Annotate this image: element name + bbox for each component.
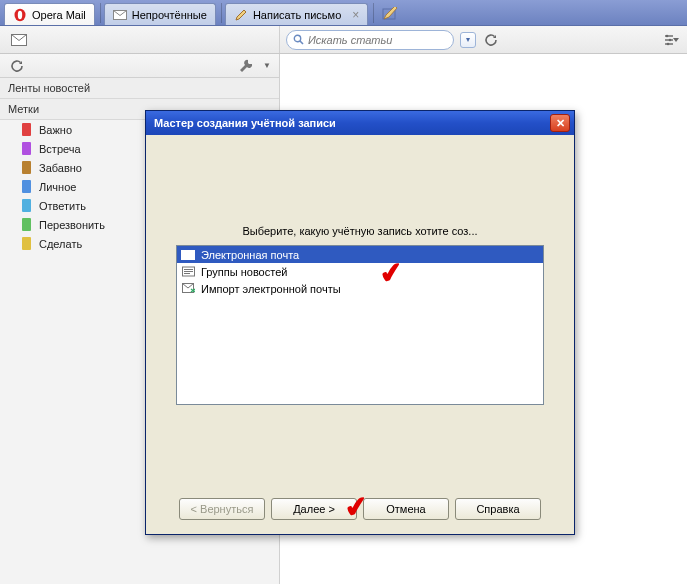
wrench-icon[interactable]	[237, 57, 255, 75]
listbox-option[interactable]: Электронная почта	[177, 246, 543, 263]
account-type-listbox[interactable]: Электронная почтаГруппы новостейИмпорт э…	[176, 245, 544, 405]
sidebar-heading-feeds[interactable]: Ленты новостей	[0, 78, 279, 99]
tab-label: Написать письмо	[253, 9, 341, 21]
label-swatch-icon	[22, 180, 31, 193]
svg-point-11	[669, 38, 672, 41]
tab-bar: Opera Mail Непрочтённые Написать письмо …	[0, 0, 687, 26]
app-title: Opera Mail	[32, 9, 86, 21]
toolbar-left	[0, 26, 280, 53]
svg-point-12	[667, 42, 670, 45]
help-button[interactable]: Справка	[455, 498, 541, 520]
tab-compose[interactable]: Написать письмо ×	[225, 3, 368, 25]
dialog-body: Выберите, какую учётную запись хотите со…	[146, 135, 574, 534]
app-tab[interactable]: Opera Mail	[4, 3, 95, 25]
search-input[interactable]	[286, 30, 454, 50]
label-swatch-icon	[22, 142, 31, 155]
dialog-titlebar[interactable]: Мастер создания учётной записи ✕	[146, 111, 574, 135]
settings-menu-icon[interactable]	[663, 31, 681, 49]
toolbar: ▾	[0, 26, 687, 54]
mail-icon	[113, 8, 127, 22]
close-icon[interactable]: ×	[352, 8, 359, 22]
label-text: Ответить	[39, 200, 86, 212]
cancel-button[interactable]: Отмена	[363, 498, 449, 520]
dropdown-arrow-icon[interactable]: ▼	[263, 61, 271, 70]
close-icon[interactable]: ✕	[550, 114, 570, 132]
newsgroup-icon	[181, 266, 195, 278]
label-text: Личное	[39, 181, 76, 193]
dialog-title: Мастер создания учётной записи	[154, 117, 336, 129]
svg-point-1	[18, 10, 22, 18]
next-button[interactable]: Далее >	[271, 498, 357, 520]
dialog-button-row: < Вернуться Далее > Отмена Справка	[146, 498, 574, 520]
import-mail-icon	[181, 283, 195, 295]
label-swatch-icon	[22, 123, 31, 136]
tab-separator	[373, 3, 374, 23]
label-swatch-icon	[22, 199, 31, 212]
reload-icon[interactable]	[8, 57, 26, 75]
svg-line-6	[300, 41, 303, 44]
svg-point-10	[666, 34, 669, 37]
tab-separator	[100, 3, 101, 23]
opera-logo-icon	[13, 8, 27, 22]
label-text: Сделать	[39, 238, 82, 250]
label-swatch-icon	[22, 218, 31, 231]
search-field[interactable]	[308, 34, 447, 46]
label-text: Забавно	[39, 162, 82, 174]
listbox-option[interactable]: Группы новостей	[177, 263, 543, 280]
label-text: Встреча	[39, 143, 81, 155]
listbox-option-label: Импорт электронной почты	[201, 283, 341, 295]
compose-icon	[234, 8, 248, 22]
listbox-option[interactable]: Импорт электронной почты	[177, 280, 543, 297]
tab-label: Непрочтённые	[132, 9, 207, 21]
new-tab-button[interactable]	[381, 5, 399, 23]
svg-point-5	[294, 35, 300, 41]
label-text: Перезвонить	[39, 219, 105, 231]
mail-icon[interactable]	[10, 31, 28, 49]
label-swatch-icon	[22, 161, 31, 174]
label-text: Важно	[39, 124, 72, 136]
search-icon	[293, 34, 304, 45]
toolbar-right: ▾	[280, 26, 687, 53]
mail-icon	[181, 249, 195, 261]
tab-unread[interactable]: Непрочтённые	[104, 3, 216, 25]
sidebar-toolbar: ▼	[0, 54, 279, 78]
back-button: < Вернуться	[179, 498, 265, 520]
wizard-dialog: Мастер создания учётной записи ✕ Выберит…	[145, 110, 575, 535]
dialog-prompt: Выберите, какую учётную запись хотите со…	[176, 225, 544, 237]
reload-icon[interactable]	[482, 31, 500, 49]
listbox-option-label: Группы новостей	[201, 266, 287, 278]
search-dropdown-button[interactable]: ▾	[460, 32, 476, 48]
tab-separator	[221, 3, 222, 23]
listbox-option-label: Электронная почта	[201, 249, 299, 261]
label-swatch-icon	[22, 237, 31, 250]
